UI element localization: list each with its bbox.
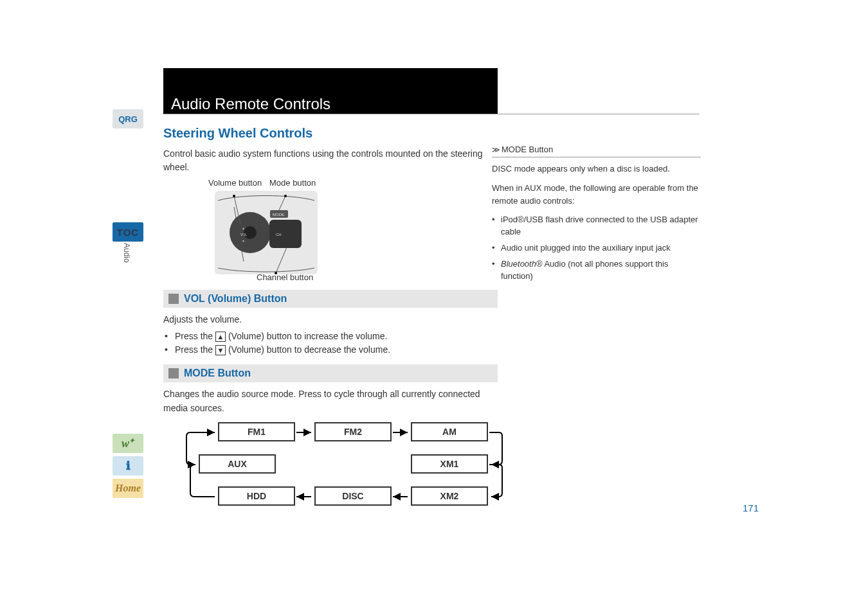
right-title-row: ≫ MODE Button <box>492 145 701 157</box>
down-arrow-icon: ▼ <box>215 345 226 355</box>
subheading-mode: MODE Button <box>184 368 251 379</box>
subheading-vol: VOL (Volume) Button <box>184 293 287 305</box>
svg-point-8 <box>233 195 235 197</box>
qrg-button[interactable]: QRG <box>113 109 143 129</box>
right-column: ≫ MODE Button DISC mode appears only whe… <box>492 145 701 287</box>
svg-point-10 <box>275 272 277 274</box>
right-bullets: iPod®/USB flash drive connected to the U… <box>492 214 701 282</box>
section-tab-audio: Audio <box>122 243 131 263</box>
bullet-text: (Volume) button to increase the volume. <box>226 331 387 341</box>
toc-button[interactable]: TOC <box>113 222 143 242</box>
double-chevron-icon: ≫ <box>492 145 498 154</box>
intro-text: Control basic audio system functions usi… <box>163 147 498 174</box>
subheading-marker-icon <box>168 294 179 304</box>
svg-text:▼: ▼ <box>242 239 245 243</box>
right-title: MODE Button <box>502 145 553 154</box>
bullet-text: (Volume) button to decrease the volume. <box>226 344 390 355</box>
svg-rect-3 <box>269 220 302 248</box>
svg-text:▲: ▲ <box>242 226 245 230</box>
right-bullet: Bluetooth® Audio (not all phones support… <box>492 258 701 283</box>
right-bullet: Audio unit plugged into the auxiliary in… <box>492 242 701 254</box>
vol-bullet-down: Press the ▼ (Volume) button to decrease … <box>163 344 498 355</box>
up-arrow-icon: ▲ <box>215 332 226 342</box>
vol-body: Adjusts the volume. <box>163 313 498 327</box>
vol-bullets: Press the ▲ (Volume) button to increase … <box>163 331 498 356</box>
subheading-row-vol: VOL (Volume) Button <box>163 290 498 308</box>
mode-flow-diagram: FM1 FM2 AM XM1 XM2 DISC HDD AUX <box>183 422 498 519</box>
home-button[interactable]: Home <box>113 479 143 498</box>
right-bullet: iPod®/USB flash drive connected to the U… <box>492 214 701 238</box>
right-para-2: When in AUX mode, the following are oper… <box>492 182 701 208</box>
steering-controls-diagram: Volume button Mode button Channel button… <box>183 179 498 282</box>
svg-text:VOL: VOL <box>240 233 247 236</box>
right-para-1: DISC mode appears only when a disc is lo… <box>492 163 701 175</box>
flow-arrows <box>183 422 511 512</box>
main-column: Steering Wheel Controls Control basic au… <box>163 71 498 519</box>
bullet-text: Press the <box>175 344 215 355</box>
info-button[interactable]: ℹ︎ <box>113 456 143 475</box>
diagram-label-mode: Mode button <box>269 178 316 188</box>
steering-panel-illustration: MODE ▲ VOL ▼ CH <box>215 191 318 274</box>
vol-bullet-up: Press the ▲ (Volume) button to increase … <box>163 331 498 342</box>
voice-button[interactable]: w✦ <box>113 434 143 453</box>
page-number: 171 <box>743 502 759 513</box>
right-body: DISC mode appears only when a disc is lo… <box>492 163 701 283</box>
subheading-marker-icon <box>168 368 179 378</box>
section-heading: Steering Wheel Controls <box>163 126 498 141</box>
diagram-label-volume: Volume button <box>208 178 262 188</box>
subheading-row-mode: MODE Button <box>163 364 498 382</box>
voice-icon: w✦ <box>122 437 134 450</box>
svg-text:MODE: MODE <box>273 213 284 217</box>
svg-point-6 <box>284 195 287 197</box>
svg-text:CH: CH <box>276 233 282 236</box>
mode-body: Changes the audio source mode. Press to … <box>163 387 498 415</box>
home-icon: Home <box>115 483 141 494</box>
bullet-text: Press the <box>175 331 215 341</box>
info-icon: ℹ︎ <box>126 459 131 473</box>
